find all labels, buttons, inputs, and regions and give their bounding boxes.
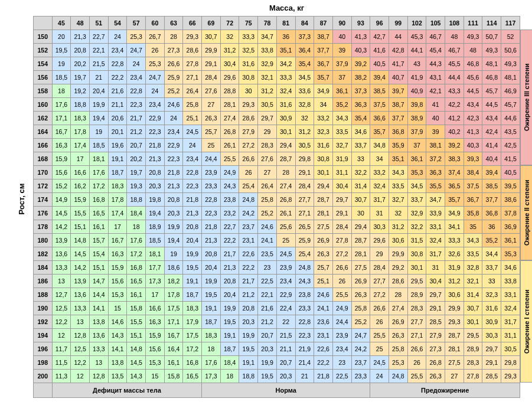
- bmi-cell: 26,4: [258, 179, 277, 193]
- bmi-cell: 15,3: [146, 356, 165, 370]
- bmi-cell: 20,8: [146, 166, 165, 179]
- bmi-cell: 30,4: [426, 275, 445, 288]
- bmi-cell: 33,1: [426, 220, 445, 234]
- bmi-cell: 33,1: [501, 288, 520, 302]
- bmi-cell: 15,3: [108, 288, 127, 302]
- bmi-cell: 35,2: [332, 98, 351, 112]
- bmi-cell: 24,8: [239, 193, 258, 207]
- col-header: 114: [482, 17, 501, 30]
- bmi-cell: 35,4: [295, 57, 314, 71]
- bmi-cell: 38,7: [314, 30, 333, 44]
- bmi-cell: 46,8: [464, 57, 482, 71]
- bmi-cell: 21,6: [258, 302, 277, 315]
- bmi-cell: 38,2: [351, 71, 370, 84]
- bmi-cell: 29,6: [220, 71, 239, 84]
- row-header: 194: [34, 329, 53, 342]
- bmi-cell: 28,1: [445, 342, 464, 356]
- bmi-cell: 43: [407, 57, 426, 71]
- bmi-cell: 22,3: [183, 179, 202, 193]
- bmi-cell: 17,6: [202, 356, 221, 370]
- row-header: 184: [34, 261, 53, 275]
- bmi-cell: 21,2: [127, 125, 146, 139]
- bmi-cell: 25,5: [370, 329, 389, 342]
- bmi-cell: 42,2: [445, 98, 464, 112]
- bmi-cell: 24: [108, 30, 127, 44]
- bmi-cell: 40,9: [407, 84, 426, 98]
- bmi-cell: 27,1: [295, 207, 314, 220]
- bmi-cell: 25,5: [407, 370, 426, 383]
- bmi-cell: 24,6: [164, 98, 183, 112]
- bmi-cell: 28: [164, 30, 183, 44]
- bmi-cell: 29,3: [501, 370, 520, 383]
- bmi-cell: 31,6: [239, 57, 258, 71]
- bmi-cell: 16,2: [71, 179, 90, 193]
- bmi-cell: 26,3: [202, 112, 221, 125]
- bmi-cell: 30,9: [276, 112, 295, 125]
- bmi-cell: 31,7: [501, 315, 520, 329]
- bmi-cell: 29,5: [464, 329, 482, 342]
- bmi-cell: 19,3: [127, 179, 146, 193]
- col-header: 57: [127, 17, 146, 30]
- bmi-cell: 20,8: [239, 302, 258, 315]
- bmi-cell: 27,6: [202, 84, 221, 98]
- bmi-cell: 35,3: [501, 247, 520, 261]
- bmi-cell: 16,5: [183, 370, 202, 383]
- bmi-cell: 36,3: [426, 166, 445, 179]
- bmi-cell: 25,5: [220, 152, 239, 166]
- bmi-cell: 25,2: [258, 207, 277, 220]
- bmi-cell: 25: [276, 234, 295, 247]
- bmi-cell: 33,7: [407, 193, 426, 207]
- col-header: 84: [295, 17, 314, 30]
- bmi-cell: 29,3: [183, 30, 202, 44]
- bmi-cell: 22,2: [220, 234, 239, 247]
- bmi-cell: 30: [351, 207, 370, 220]
- bmi-cell: 17,6: [52, 98, 71, 112]
- bmi-cell: 24: [164, 112, 183, 125]
- bmi-cell: 37,4: [445, 166, 464, 179]
- bmi-cell: 33: [482, 275, 501, 288]
- bmi-cell: 19: [164, 247, 183, 261]
- bmi-cell: 34,6: [501, 261, 520, 275]
- bmi-cell: 21,7: [239, 275, 258, 288]
- side-category-label: Ожирение II степени: [520, 165, 532, 260]
- bmi-cell: 29,3: [445, 315, 464, 329]
- bmi-cell: 12,8: [89, 370, 108, 383]
- bmi-cell: 14,2: [52, 220, 71, 234]
- bmi-cell: 19,1: [108, 152, 127, 166]
- bmi-cell: 18,8: [71, 98, 90, 112]
- bmi-cell: 49,3: [501, 57, 520, 71]
- bmi-cell: 20,4: [202, 261, 221, 275]
- bmi-cell: 15: [146, 370, 165, 383]
- bmi-cell: 37,9: [332, 57, 351, 71]
- bmi-cell: 30,7: [464, 302, 482, 315]
- bmi-cell: 17,8: [164, 288, 183, 302]
- bmi-cell: 14,5: [127, 356, 146, 370]
- bmi-cell: 15,9: [52, 152, 71, 166]
- bmi-cell: 23,5: [258, 247, 277, 261]
- bmi-cell: 24,9: [332, 302, 351, 315]
- bmi-cell: 24,5: [276, 247, 295, 261]
- bmi-cell: 37,3: [351, 84, 370, 98]
- bmi-cell: 19,9: [220, 302, 239, 315]
- row-header: 154: [34, 57, 53, 71]
- bmi-cell: 15,5: [71, 207, 90, 220]
- bmi-cell: 32,2: [351, 166, 370, 179]
- bmi-cell: 26,7: [146, 30, 165, 44]
- bmi-cell: 28,5: [482, 370, 501, 383]
- bmi-cell: 24,6: [314, 288, 333, 302]
- bmi-cell: 21,3: [220, 261, 239, 275]
- bmi-cell: 28,3: [464, 356, 482, 370]
- bmi-cell: 41,7: [389, 57, 407, 71]
- col-header: 108: [445, 17, 464, 30]
- bmi-cell: 48,1: [482, 57, 501, 71]
- bmi-cell: 21,3: [183, 207, 202, 220]
- bmi-cell: 37,5: [464, 179, 482, 193]
- bmi-cell: 30,1: [276, 125, 295, 139]
- axis-left-label: Рост, см: [17, 184, 26, 215]
- bmi-cell: 27,2: [239, 139, 258, 152]
- bmi-cell: 32,5: [239, 44, 258, 57]
- bmi-cell: 41,5: [501, 152, 520, 166]
- bmi-cell: 35,1: [276, 44, 295, 57]
- bmi-cell: 21,2: [258, 315, 277, 329]
- bmi-cell: 42,8: [389, 44, 407, 57]
